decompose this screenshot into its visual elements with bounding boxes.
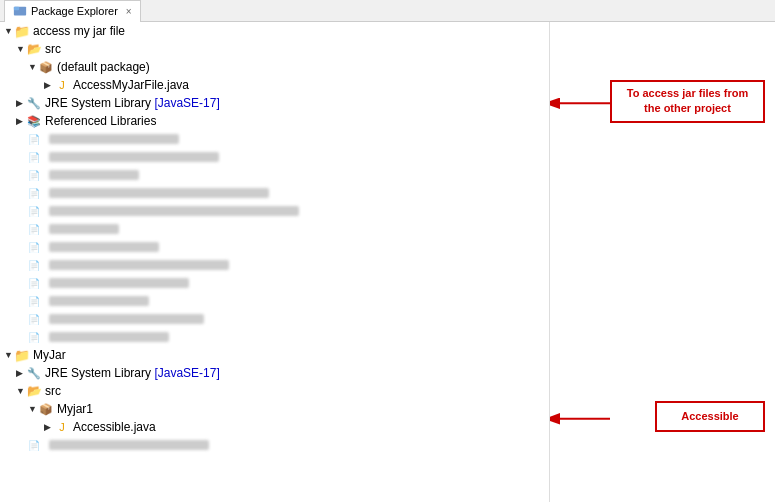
default-package[interactable]: ▼ 📦 (default package) (0, 58, 549, 76)
blurred-row-13: ▶ 📄 (0, 436, 549, 454)
jre2-label: JRE System Library [JavaSE-17] (45, 366, 220, 380)
tab-close-button[interactable]: × (126, 6, 132, 17)
blurred-row-7: ▶ 📄 (0, 238, 549, 256)
project1-root[interactable]: ▼ 📁 access my jar file (0, 22, 549, 40)
blur-icon-10: 📄 (26, 293, 42, 309)
project2-label: MyJar (33, 348, 66, 362)
chevron-jre1: ▶ (16, 98, 26, 108)
chevron-project1: ▼ (4, 26, 14, 36)
blur-icon-5: 📄 (26, 203, 42, 219)
blur-icon-4: 📄 (26, 185, 42, 201)
accessible-label: Accessible.java (73, 420, 156, 434)
jre-lib-1[interactable]: ▶ 🔧 JRE System Library [JavaSE-17] (0, 94, 549, 112)
chevron-reflibs: ▶ (16, 116, 26, 126)
blur-icon-11: 📄 (26, 311, 42, 327)
chevron-jre2: ▶ (16, 368, 26, 378)
blurred-row-9: ▶ 📄 (0, 274, 549, 292)
accessible-java[interactable]: ▶ J Accessible.java (0, 418, 549, 436)
callout-top-text: To access jar files from the other proje… (627, 87, 748, 114)
blurred-row-8: ▶ 📄 (0, 256, 549, 274)
blur-icon-7: 📄 (26, 239, 42, 255)
src2-icon: 📂 (26, 383, 42, 399)
blur-icon-3: 📄 (26, 167, 42, 183)
chevron-src2: ▼ (16, 386, 26, 396)
chevron-project2: ▼ (4, 350, 14, 360)
jre1-label: JRE System Library [JavaSE-17] (45, 96, 220, 110)
project1-icon: 📁 (14, 23, 30, 39)
blur-icon-9: 📄 (26, 275, 42, 291)
myjar1-pkg[interactable]: ▼ 📦 Myjar1 (0, 400, 549, 418)
callout-top: To access jar files from the other proje… (610, 80, 765, 123)
project2-root[interactable]: ▼ 📁 MyJar (0, 346, 549, 364)
reflibs-icon: 📚 (26, 113, 42, 129)
java-icon-2: J (54, 419, 70, 435)
jre-lib-2[interactable]: ▶ 🔧 JRE System Library [JavaSE-17] (0, 364, 549, 382)
callout-bottom-text: Accessible (681, 410, 738, 422)
package-explorer-icon (13, 4, 27, 18)
explorer-panel: ▼ 📁 access my jar file ▼ 📂 src ▼ 📦 (defa… (0, 22, 550, 502)
chevron-accessible: ▶ (44, 422, 54, 432)
blurred-row-12: ▶ 📄 (0, 328, 549, 346)
blur-icon-6: 📄 (26, 221, 42, 237)
tab-bar: Package Explorer × (0, 0, 775, 22)
blurred-row-1: ▶ 📄 (0, 130, 549, 148)
main-area: ▼ 📁 access my jar file ▼ 📂 src ▼ 📦 (defa… (0, 22, 775, 502)
blurred-row-4: ▶ 📄 (0, 184, 549, 202)
blurred-row-5: ▶ 📄 (0, 202, 549, 220)
blur-icon-13: 📄 (26, 437, 42, 453)
blurred-row-11: ▶ 📄 (0, 310, 549, 328)
src1-label: src (45, 42, 61, 56)
myjar1-label: Myjar1 (57, 402, 93, 416)
java-file-1[interactable]: ▶ J AccessMyJarFile.java (0, 76, 549, 94)
java-icon-1: J (54, 77, 70, 93)
chevron-src1: ▼ (16, 44, 26, 54)
blurred-row-10: ▶ 📄 (0, 292, 549, 310)
blurred-row-3: ▶ 📄 (0, 166, 549, 184)
jre1-icon: 🔧 (26, 95, 42, 111)
blur-icon-1: 📄 (26, 131, 42, 147)
java-file-1-label: AccessMyJarFile.java (73, 78, 189, 92)
project2-src[interactable]: ▼ 📂 src (0, 382, 549, 400)
package-explorer-tab[interactable]: Package Explorer × (4, 0, 141, 22)
annotation-area: To access jar files from the other proje… (550, 22, 775, 502)
tab-label: Package Explorer (31, 5, 118, 17)
myjar1-icon: 📦 (38, 401, 54, 417)
svg-rect-1 (14, 7, 19, 11)
blurred-row-6: ▶ 📄 (0, 220, 549, 238)
blurred-row-2: ▶ 📄 (0, 148, 549, 166)
ref-libs[interactable]: ▶ 📚 Referenced Libraries (0, 112, 549, 130)
blur-icon-2: 📄 (26, 149, 42, 165)
chevron-java1: ▶ (44, 80, 54, 90)
project1-label: access my jar file (33, 24, 125, 38)
project1-src[interactable]: ▼ 📂 src (0, 40, 549, 58)
jre2-icon: 🔧 (26, 365, 42, 381)
project2-icon: 📁 (14, 347, 30, 363)
chevron-pkg: ▼ (28, 62, 38, 72)
src1-icon: 📂 (26, 41, 42, 57)
pkg-icon: 📦 (38, 59, 54, 75)
src2-label: src (45, 384, 61, 398)
blur-icon-8: 📄 (26, 257, 42, 273)
blur-icon-12: 📄 (26, 329, 42, 345)
callout-bottom: Accessible (655, 401, 765, 432)
pkg-label: (default package) (57, 60, 150, 74)
ref-libs-label: Referenced Libraries (45, 114, 156, 128)
chevron-myjar1: ▼ (28, 404, 38, 414)
